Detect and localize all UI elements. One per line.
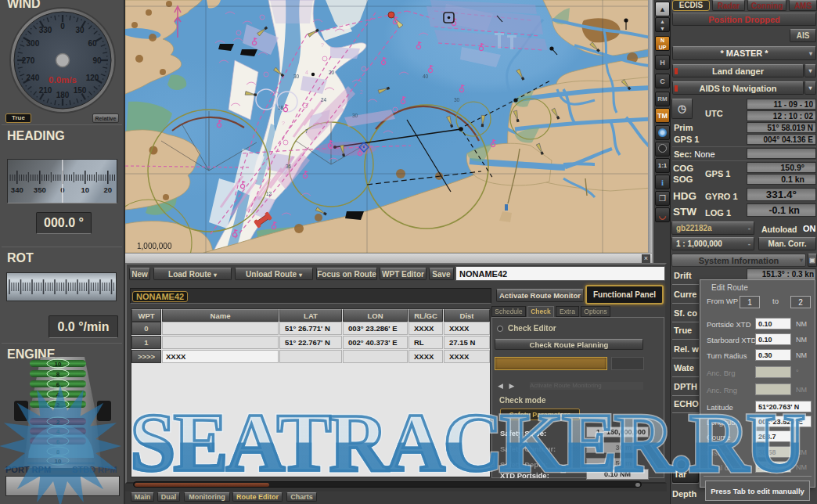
svg-text:340: 340	[11, 185, 23, 194]
svg-text:30: 30	[75, 26, 85, 34]
svg-text:20: 20	[329, 70, 335, 75]
svg-text:30: 30	[454, 97, 460, 103]
svg-text:270: 270	[22, 56, 35, 65]
svg-text:2: 2	[360, 89, 363, 95]
svg-text:?: ?	[282, 121, 285, 126]
svg-text:24: 24	[321, 97, 327, 103]
svg-text:7: 7	[305, 128, 308, 134]
svg-text:0.0m/s: 0.0m/s	[49, 75, 77, 85]
svg-text:10: 10	[81, 185, 90, 194]
svg-text:40: 40	[423, 74, 429, 79]
svg-text:240: 240	[27, 74, 40, 82]
svg-text:60: 60	[88, 39, 98, 48]
svg-text:30: 30	[293, 74, 300, 79]
svg-text:36: 36	[286, 164, 292, 169]
svg-text:10: 10	[55, 361, 62, 368]
svg-text:8: 8	[56, 371, 60, 378]
svg-text:18: 18	[278, 105, 284, 110]
svg-text:30: 30	[352, 113, 358, 118]
svg-text:90: 90	[92, 56, 102, 65]
svg-text:150: 150	[74, 86, 87, 95]
svg-text:12: 12	[266, 191, 272, 196]
svg-text:20: 20	[104, 185, 113, 194]
svg-text:300: 300	[27, 39, 40, 48]
svg-text:?: ?	[321, 42, 324, 48]
svg-text:0: 0	[60, 22, 65, 31]
svg-text:330: 330	[39, 26, 52, 34]
svg-text:120: 120	[86, 74, 99, 82]
svg-text:4: 4	[305, 70, 308, 75]
svg-text:210: 210	[39, 86, 52, 95]
svg-text:180: 180	[56, 91, 70, 99]
svg-text:350: 350	[34, 185, 46, 194]
